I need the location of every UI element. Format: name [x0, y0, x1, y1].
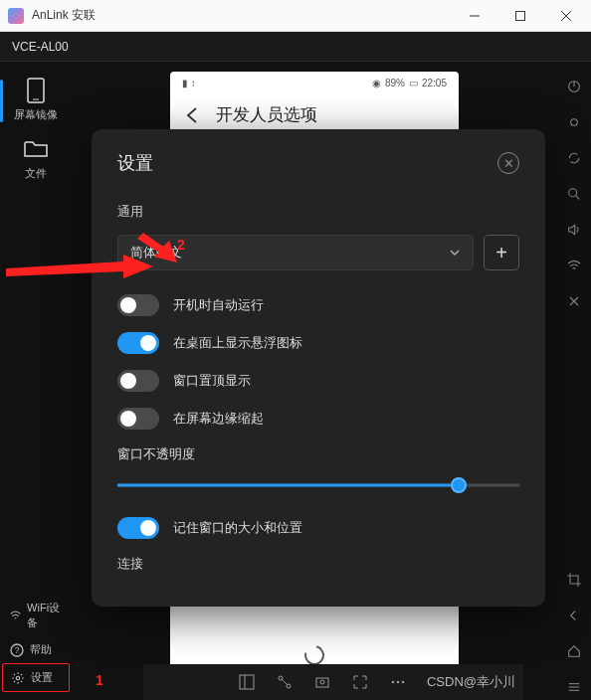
svg-point-18 [402, 681, 405, 684]
chevron-down-icon [449, 247, 461, 259]
toggle-label: 在屏幕边缘缩起 [173, 410, 264, 428]
toggle-switch[interactable] [117, 370, 159, 392]
svg-rect-9 [240, 675, 254, 689]
sidebar-item-label: 文件 [25, 166, 47, 181]
phone-icon [22, 80, 50, 101]
sidebar-item-mirror[interactable]: 屏幕镜像 [8, 72, 64, 130]
toggle-switch[interactable] [117, 517, 159, 539]
close-window-button[interactable] [543, 0, 589, 32]
phone-statusbar: ▮ ↕ ◉ 89% ▭ 22:05 [170, 72, 459, 93]
svg-point-21 [571, 119, 578, 126]
svg-text:?: ? [14, 645, 19, 655]
minimize-button[interactable] [452, 0, 497, 32]
folder-icon [22, 138, 50, 160]
section-connect: 连接 [117, 555, 519, 573]
sidebar-item-files[interactable]: 文件 [8, 130, 64, 189]
modal-close-button[interactable]: ✕ [497, 152, 519, 174]
app-icon [8, 8, 24, 24]
rail-volume-icon[interactable] [561, 217, 587, 243]
sidebar-wifi-devices[interactable]: WiFi设备 [2, 595, 70, 636]
rail-back-icon[interactable] [561, 603, 587, 628]
wifi-icon [10, 609, 21, 622]
svg-point-15 [320, 680, 324, 684]
toggle-label: 记住窗口的大小和位置 [173, 519, 302, 537]
toggle-label: 在桌面上显示悬浮图标 [173, 334, 302, 352]
svg-point-16 [392, 681, 395, 684]
svg-point-17 [397, 681, 400, 684]
bottom-toolbar: CSDN@幸小川 [143, 664, 523, 700]
sidebar-settings[interactable]: 设置 [2, 663, 70, 692]
toggle-remember-window: 记住窗口的大小和位置 [117, 517, 519, 539]
battery-percent: 89% [385, 78, 405, 88]
toggle-desktop-float: 在桌面上显示悬浮图标 [117, 332, 519, 354]
app-title: AnLink 安联 [32, 7, 452, 24]
annotation-number-2: 2 [177, 237, 185, 253]
modal-title: 设置 [117, 151, 153, 175]
rail-search-icon[interactable] [561, 181, 587, 207]
notification-icons: ▮ ↕ [182, 78, 196, 88]
toggle-always-on-top: 窗口置顶显示 [117, 370, 519, 392]
connection-button[interactable] [270, 669, 299, 695]
sidebar-item-label: WiFi设备 [27, 601, 62, 630]
slider-thumb[interactable] [451, 477, 467, 493]
more-button[interactable] [383, 669, 413, 695]
add-language-button[interactable]: + [484, 235, 519, 270]
layout-button[interactable] [232, 669, 262, 695]
fullscreen-button[interactable] [345, 669, 375, 695]
annotation-number-1: 1 [96, 672, 103, 688]
language-value: 简体中文 [130, 244, 182, 262]
rail-home-icon[interactable] [561, 638, 587, 664]
rail-brightness-icon[interactable] [561, 109, 587, 135]
language-select[interactable]: 简体中文 [117, 235, 474, 270]
sidebar-help[interactable]: ? 帮助 [2, 636, 70, 663]
opacity-slider[interactable] [117, 473, 519, 497]
svg-line-13 [282, 679, 288, 685]
svg-rect-4 [28, 79, 44, 102]
right-rail [557, 62, 591, 700]
rail-crop-icon[interactable] [561, 567, 587, 593]
device-bar: VCE-AL00 [0, 32, 591, 62]
toggle-switch[interactable] [117, 332, 159, 354]
toggle-label: 窗口置顶显示 [173, 372, 251, 390]
section-general: 通用 [117, 203, 519, 221]
rail-close-icon[interactable] [561, 288, 587, 314]
settings-modal: 设置 ✕ 通用 简体中文 + 开机时自动运行 在桌面上显示悬浮图标 窗口置顶显示… [92, 129, 545, 607]
sidebar-item-label: 帮助 [30, 642, 52, 657]
maximize-button[interactable] [497, 0, 543, 32]
battery-icon: ▭ [409, 78, 418, 88]
back-arrow-icon[interactable] [184, 106, 202, 124]
rail-power-icon[interactable] [561, 74, 587, 99]
toggle-edge-collapse: 在屏幕边缘缩起 [117, 408, 519, 430]
clock: 22:05 [422, 78, 447, 88]
rail-wifi-icon[interactable] [561, 253, 587, 278]
svg-point-8 [16, 676, 20, 680]
toggle-autostart: 开机时自动运行 [117, 294, 519, 316]
rail-rotate-icon[interactable] [561, 145, 587, 171]
svg-line-23 [576, 196, 579, 199]
screenshot-button[interactable] [307, 669, 337, 695]
window-titlebar: AnLink 安联 [0, 0, 591, 32]
rail-recents-icon[interactable] [561, 674, 587, 700]
sidebar-item-label: 屏幕镜像 [14, 107, 58, 122]
toggle-label: 开机时自动运行 [173, 296, 264, 314]
slider-fill [117, 484, 459, 487]
sidebar: 屏幕镜像 文件 WiFi设备 ? 帮助 设置 [0, 62, 72, 700]
svg-rect-14 [316, 678, 328, 687]
toggle-switch[interactable] [117, 294, 159, 316]
phone-page-title: 开发人员选项 [216, 103, 317, 126]
help-icon: ? [10, 643, 24, 657]
opacity-label: 窗口不透明度 [117, 445, 519, 463]
battery-eye-icon: ◉ [372, 78, 381, 88]
gear-icon [11, 671, 25, 685]
device-name: VCE-AL00 [12, 40, 69, 54]
toggle-switch[interactable] [117, 408, 159, 430]
svg-rect-1 [516, 11, 525, 20]
sidebar-item-label: 设置 [31, 670, 53, 685]
svg-point-22 [569, 189, 577, 197]
watermark: CSDN@幸小川 [427, 673, 515, 691]
